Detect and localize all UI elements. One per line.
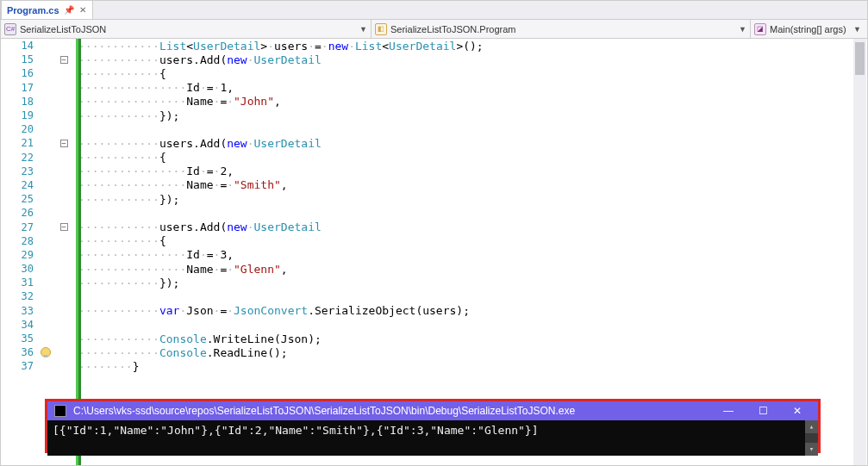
code-line[interactable]: 32: [1, 289, 867, 303]
code-line[interactable]: 20: [1, 122, 867, 136]
line-number: 26: [1, 207, 39, 219]
code-text[interactable]: ············{: [75, 67, 166, 80]
line-number: 15: [1, 53, 39, 65]
code-line[interactable]: 28············{: [1, 234, 867, 248]
code-line[interactable]: 17················Id·=·1,: [1, 81, 867, 95]
code-text[interactable]: ············users.Add(new·UserDetail: [75, 137, 322, 150]
code-text[interactable]: ············var·Json·=·JsonConvert.Seria…: [75, 304, 470, 317]
code-line[interactable]: 15−············users.Add(new·UserDetail: [1, 53, 867, 66]
line-number: 33: [1, 305, 39, 317]
nav-method-label: Main(string[] args): [770, 24, 846, 34]
code-line[interactable]: 16············{: [1, 66, 867, 80]
code-line[interactable]: 30················Name·=·"Glenn",: [1, 262, 867, 276]
code-text[interactable]: ················Name·=·"Smith",: [75, 178, 288, 191]
code-line[interactable]: 14············List<UserDetail>·users·=·n…: [1, 39, 867, 53]
console-scrollbar[interactable]: ▴ ▾: [805, 420, 818, 456]
line-number: 29: [1, 249, 39, 261]
scrollbar-thumb[interactable]: [855, 42, 865, 75]
console-window: C:\Users\vks-ssd\source\repos\SerializeL…: [45, 399, 821, 453]
code-text[interactable]: ················Id·=·1,: [75, 81, 234, 94]
nav-namespace-label: SerializeListToJSON: [20, 24, 106, 34]
pin-icon[interactable]: 📌: [65, 6, 73, 15]
nav-class[interactable]: ◧ SerializeListToJSON.Program ▼: [372, 20, 751, 38]
console-output[interactable]: [{"Id":1,"Name":"John"},{"Id":2,"Name":"…: [47, 420, 818, 456]
code-line[interactable]: 24················Name·=·"Smith",: [1, 178, 867, 192]
method-icon: ◪: [754, 23, 766, 35]
chevron-down-icon: ▼: [853, 25, 861, 34]
nav-bar: C# SerializeListToJSON ▼ ◧ SerializeList…: [1, 20, 867, 39]
line-number: 30: [1, 263, 39, 275]
code-text[interactable]: ············List<UserDetail>·users·=·new…: [75, 40, 484, 53]
code-text[interactable]: ················Id·=·2,: [75, 165, 234, 177]
code-line[interactable]: 29················Id·=·3,: [1, 248, 867, 262]
fold-toggle-icon[interactable]: −: [60, 56, 68, 64]
code-line[interactable]: 22············{: [1, 151, 867, 165]
line-number: 32: [1, 290, 39, 302]
code-lines[interactable]: 14············List<UserDetail>·users·=·n…: [1, 39, 867, 374]
code-text[interactable]: ············users.Add(new·UserDetail: [75, 221, 322, 233]
line-number: 22: [1, 152, 39, 164]
line-number: 20: [1, 123, 39, 135]
code-line[interactable]: 33············var·Json·=·JsonConvert.Ser…: [1, 304, 867, 318]
code-line[interactable]: 23················Id·=·2,: [1, 165, 867, 178]
line-number: 27: [1, 221, 39, 233]
code-text[interactable]: ············});: [75, 193, 179, 206]
code-line[interactable]: 25············});: [1, 192, 867, 206]
line-number: 16: [1, 67, 39, 79]
line-number: 36: [1, 346, 39, 358]
fold-toggle-icon[interactable]: −: [60, 140, 68, 147]
code-text[interactable]: ················Name·=·"Glenn",: [75, 263, 288, 276]
line-number: 34: [1, 319, 39, 331]
nav-method[interactable]: ◪ Main(string[] args) ▼: [751, 20, 865, 38]
console-titlebar[interactable]: C:\Users\vks-ssd\source\repos\SerializeL…: [47, 401, 818, 420]
code-line[interactable]: 27−············users.Add(new·UserDetail: [1, 220, 867, 233]
line-number: 37: [1, 360, 39, 372]
line-number: 18: [1, 96, 39, 108]
code-line[interactable]: 21−············users.Add(new·UserDetail: [1, 136, 867, 150]
code-line[interactable]: 26: [1, 206, 867, 220]
code-text[interactable]: ············});: [75, 276, 179, 289]
code-text[interactable]: ················Id·=·3,: [75, 248, 234, 261]
code-text[interactable]: ············});: [75, 109, 179, 122]
vertical-scrollbar[interactable]: [853, 39, 866, 465]
csharp-icon: C#: [4, 23, 16, 35]
code-line[interactable]: 36············Console.ReadLine();: [1, 345, 867, 359]
console-path: C:\Users\vks-ssd\source\repos\SerializeL…: [73, 405, 708, 417]
line-number: 28: [1, 235, 39, 247]
fold-gutter[interactable]: −: [53, 140, 75, 147]
fold-toggle-icon[interactable]: −: [60, 223, 68, 231]
lightbulb-icon[interactable]: [41, 347, 51, 357]
code-text[interactable]: ············Console.ReadLine();: [75, 346, 288, 359]
tab-program-cs[interactable]: Program.cs 📌 ✕: [1, 0, 93, 19]
code-text[interactable]: ············Console.WriteLine(Json);: [75, 332, 322, 345]
code-text[interactable]: ········}: [75, 360, 139, 373]
code-line[interactable]: 31············});: [1, 276, 867, 289]
code-line[interactable]: 37········}: [1, 359, 867, 373]
line-number: 23: [1, 165, 39, 177]
code-line[interactable]: 18················Name·=·"John",: [1, 95, 867, 109]
code-text[interactable]: ············{: [75, 151, 166, 164]
nav-class-label: SerializeListToJSON.Program: [390, 24, 516, 34]
maximize-button[interactable]: ☐: [749, 405, 777, 417]
nav-namespace[interactable]: C# SerializeListToJSON ▼: [1, 20, 372, 38]
minimize-button[interactable]: —: [715, 405, 742, 417]
scroll-down-icon[interactable]: ▾: [805, 443, 818, 456]
tab-label: Program.cs: [7, 5, 59, 16]
hint-gutter: [39, 347, 53, 357]
line-number: 21: [1, 137, 39, 149]
chevron-down-icon: ▼: [359, 25, 367, 34]
chevron-down-icon: ▼: [739, 25, 746, 34]
scroll-up-icon[interactable]: ▴: [805, 420, 818, 433]
code-text[interactable]: ············users.Add(new·UserDetail: [75, 53, 322, 66]
code-text[interactable]: ············{: [75, 234, 166, 247]
code-text[interactable]: ················Name·=·"John",: [75, 95, 281, 108]
tab-bar: Program.cs 📌 ✕: [1, 1, 867, 20]
close-button[interactable]: ✕: [784, 405, 811, 417]
close-icon[interactable]: ✕: [78, 6, 87, 15]
line-number: 31: [1, 276, 39, 289]
fold-gutter[interactable]: −: [53, 223, 75, 231]
code-line[interactable]: 19············});: [1, 109, 867, 122]
fold-gutter[interactable]: −: [53, 56, 75, 64]
code-line[interactable]: 35············Console.WriteLine(Json);: [1, 332, 867, 345]
code-line[interactable]: 34: [1, 318, 867, 332]
